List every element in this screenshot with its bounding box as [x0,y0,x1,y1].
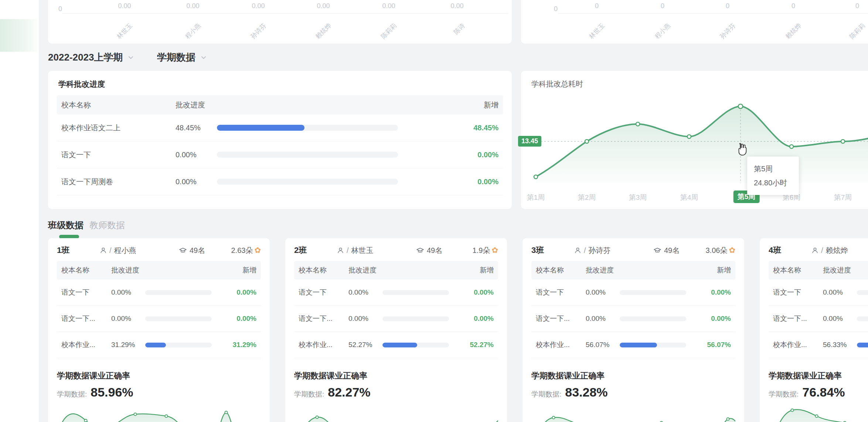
book-name: 语文一下... [773,314,823,323]
new-pct: 0.00% [458,151,498,159]
accuracy-line: 学期数据: 82.27% [294,385,371,399]
class-name: 1班 [57,245,69,256]
accuracy-label: 学期数据: [769,390,799,399]
area-chart[interactable] [521,90,868,189]
progress-pct: 0.00% [586,315,620,323]
teacher-chart-card-left: 0 0.00 0.00 0.00 0.00 0.00 0.00 林世玉 程小燕 … [48,0,512,44]
col-header-new: 新增 [699,265,731,275]
bar-value-label: 0 [792,2,795,10]
book-name: 语文一下周测卷 [61,177,176,187]
x-axis-teacher-label: 程小燕 [175,21,203,49]
accuracy-line: 学期数据: 85.96% [57,385,133,399]
class-card-header: 3班 / 孙诗芬 49名 3.06朵 ✿ [531,244,735,257]
col-header-name: 校本名称 [61,100,176,110]
flower-count: 2.63朵 [231,246,253,255]
scope-select-value: 学期数据 [157,51,195,64]
table-row: 语文一下周测卷 0.00% 0.00% [57,168,503,195]
flower-icon: ✿ [729,246,735,255]
progress-pct: 0.00% [176,151,217,159]
new-pct: 0.00% [225,288,256,296]
x-axis-week-label[interactable]: 第2周 [578,193,596,202]
semester-select-value: 2022-2023上学期 [48,51,123,64]
accuracy-title: 学期数据课业正确率 [57,370,130,381]
x-axis-week-label[interactable]: 第1周 [527,193,545,202]
col-header-progress: 批改进度 [823,265,868,275]
x-axis-week-label[interactable]: 第7周 [834,193,852,202]
col-header-progress: 批改进度 [348,265,462,275]
bar-value-label: 0 [855,2,859,10]
flower-icon: ✿ [491,246,498,255]
bar-value-label: 0 [661,2,664,10]
x-axis-week-label[interactable]: 第4周 [680,193,698,202]
student-count: 49名 [190,246,205,255]
x-axis-teacher-label: 程小燕 [644,21,673,49]
progress-pct: 52.27% [348,341,382,349]
x-axis-teacher-label: 林世玉 [579,21,607,49]
bar-value-label: 0.00 [186,2,199,10]
table-row: 语文一下 0.00% 0.00% [57,279,261,306]
accuracy-sparkline [57,404,261,422]
semester-select[interactable]: 2022-2023上学期 [48,51,135,64]
flower-group: 2.63朵 ✿ [231,246,261,255]
teacher-chart-card-right: 0 0 0 0 0 0 林世玉 程小燕 孙诗芬 赖炫烨 陈莉莉 [521,0,868,44]
new-pct: 52.27% [462,341,494,349]
teacher-name: 程小燕 [114,246,136,255]
flower-icon: ✿ [254,246,261,255]
new-pct: 0.00% [462,315,494,323]
x-axis-teacher-label: 陈诗 [439,21,467,49]
teacher-group: / 孙诗芬 [574,246,611,255]
correction-time-chart-card: 学科批改总耗时 13.45 第1周 第2周 第3周 第4周 第5周 第6周 第7… [521,71,868,209]
book-name: 校本作业... [61,340,111,350]
progress-bar [857,316,868,321]
progress-pct: 0.00% [176,178,217,186]
col-header-name: 校本名称 [773,265,823,275]
bar-value-label: 0.00 [382,2,395,10]
col-header-progress: 批改进度 [176,100,465,110]
teacher-name: 林世玉 [351,246,374,255]
person-icon [337,247,344,254]
col-header-new: 新增 [465,100,498,110]
table-row: 语文一下... 0.00% 0.00% [57,306,261,332]
progress-bar [382,316,449,321]
x-axis-teacher-label: 赖炫烨 [305,21,333,49]
person-icon [574,247,581,254]
progress-bar [857,343,868,347]
tab-class-data[interactable]: 班级数据 [48,219,84,231]
x-axis-teacher-label: 孙诗芬 [709,21,738,49]
teacher-group: / 赖炫烨 [811,246,848,255]
students-group: 49名 [653,246,680,255]
book-name: 语文一下 [299,288,348,297]
teacher-group: / 林世玉 [337,246,374,255]
class-card: 4班 / 赖炫烨 校本名称 批改进度 语文一下 0.00% 语文一下... 0.… [760,238,868,422]
table-row: 校本作业语文二上 48.45% 48.45% [57,114,503,141]
chart-title: 学科批改总耗时 [531,79,583,89]
progress-bar-fill [382,343,417,347]
x-axis-week-label[interactable]: 第3周 [629,193,647,202]
progress-bar-fill [857,343,868,347]
sidebar-active-item[interactable] [0,19,39,52]
tab-teacher-data[interactable]: 教师数据 [89,219,125,231]
book-name: 语文一下 [61,288,111,297]
progress-pct: 0.00% [111,315,145,323]
col-header-name: 校本名称 [61,265,111,275]
scope-select[interactable]: 学期数据 [157,51,207,64]
progress-bar [620,343,686,347]
new-pct: 56.07% [699,341,731,349]
accuracy-value: 85.96% [91,385,133,399]
x-axis-teacher-label: 陈莉莉 [371,21,399,49]
table-row: 语文一下 0.00% 0.00% [294,279,498,306]
x-axis-teacher-label: 林世玉 [106,21,135,49]
progress-bar [382,290,449,295]
x-axis-line [558,13,868,14]
area-fill [536,106,868,183]
table-header: 校本名称 批改进度 新增 [531,261,735,279]
col-header-new: 新增 [225,265,256,275]
flower-count: 1.9朵 [473,246,490,255]
class-name: 2班 [294,245,307,256]
table-row: 语文一下 0.00% [769,279,868,306]
table-row: 语文一下... 0.00% 0.00% [531,306,735,332]
class-card-header: 2班 / 林世玉 49名 1.9朵 ✿ [294,244,498,257]
col-header-progress: 批改进度 [111,265,225,275]
table-header: 校本名称 批改进度 新增 [294,261,498,279]
book-name: 语文一下 [773,288,823,297]
